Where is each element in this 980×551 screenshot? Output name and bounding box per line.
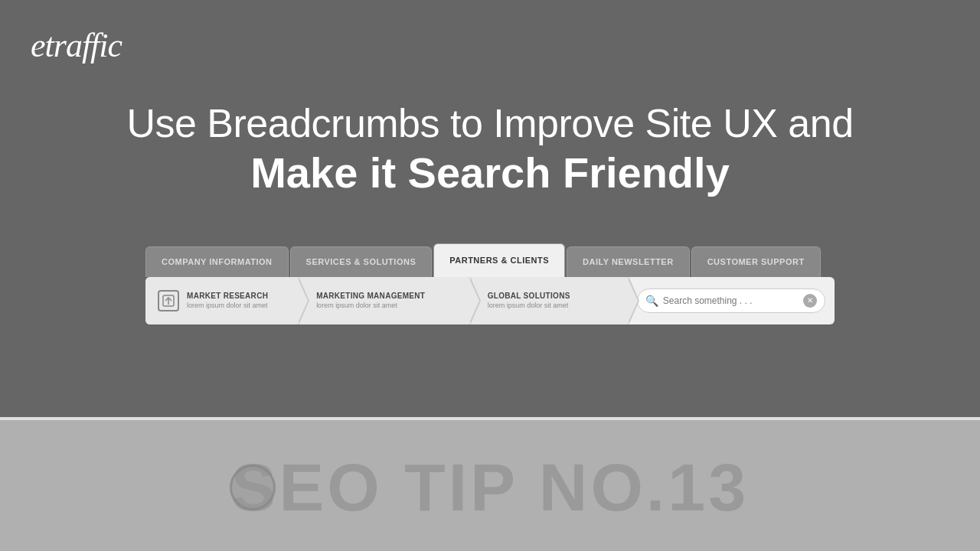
seo-tip-text: SEO TIP NO.13 [231, 448, 749, 527]
tab-partners-clients[interactable]: PARTNERS & CLIENTS [433, 243, 565, 277]
nav-tabs: COMPANY INFORMATION SERVICES & SOLUTIONS… [145, 243, 822, 277]
nav-tabs-wrapper: COMPANY INFORMATION SERVICES & SOLUTIONS… [145, 243, 835, 277]
global-solutions-text: GLOBAL SOLUTIONS lorem ipsum dolor sit a… [488, 292, 570, 309]
search-area: 🔍 ✕ [628, 277, 835, 324]
marketing-management-text: MARKETING MANAGEMENT lorem ipsum dolor s… [316, 292, 425, 309]
tab-customer-support[interactable]: CUSTOMER SUPPORT [691, 246, 821, 277]
svg-text:etraffic: etraffic [31, 27, 123, 64]
logo-svg: etraffic [31, 23, 184, 65]
top-section: etraffic Use Breadcrumbs to Improve Site… [0, 0, 980, 417]
market-research-text: MARKET RESEARCH lorem ipsum dolor sit am… [187, 292, 268, 309]
content-item-global-solutions[interactable]: GLOBAL SOLUTIONS lorem ipsum dolor sit a… [469, 277, 628, 324]
search-input[interactable] [663, 295, 803, 306]
decorative-circle [230, 465, 276, 510]
search-icon: 🔍 [645, 295, 658, 307]
logo-text: etraffic [31, 41, 184, 71]
tab-company-information[interactable]: COMPANY INFORMATION [145, 246, 289, 277]
content-item-marketing-management[interactable]: MARKETING MANAGEMENT lorem ipsum dolor s… [298, 277, 469, 324]
tab-daily-newsletter[interactable]: DAILY NEWSLETTER [567, 246, 690, 277]
content-item-market-research[interactable]: MARKET RESEARCH lorem ipsum dolor sit am… [145, 277, 298, 324]
bottom-section: SEO TIP NO.13 [0, 420, 980, 551]
headline-line1: Use Breadcrumbs to Improve Site UX and [126, 99, 853, 147]
logo: etraffic [31, 23, 184, 72]
tab-services-solutions[interactable]: SERVICES & SOLUTIONS [290, 246, 433, 277]
headline-area: Use Breadcrumbs to Improve Site UX and M… [126, 99, 853, 199]
content-bar: MARKET RESEARCH lorem ipsum dolor sit am… [145, 277, 835, 324]
nav-content-wrapper: COMPANY INFORMATION SERVICES & SOLUTIONS… [145, 220, 835, 324]
search-input-wrapper: 🔍 ✕ [637, 289, 825, 313]
headline-line2: Make it Search Friendly [126, 147, 853, 198]
market-research-icon [158, 290, 179, 311]
search-clear-button[interactable]: ✕ [803, 294, 817, 308]
